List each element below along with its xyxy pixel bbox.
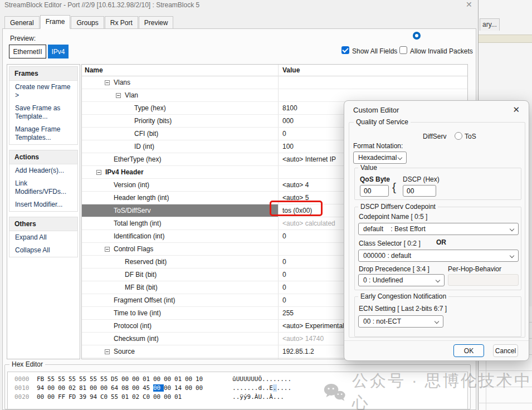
tree-node-name-cell[interactable]: Checksum (int) (82, 333, 278, 345)
tab-general[interactable]: General (4, 16, 40, 28)
sidebar-link[interactable]: Collapse All (9, 244, 77, 257)
tree-node-name-cell[interactable]: Fragment Offset (int) (82, 294, 278, 306)
sidebar-link[interactable]: Insert Modifier... (9, 198, 77, 211)
sidebar-link[interactable]: Add Header(s)... (9, 164, 77, 177)
hex-byte[interactable]: 39 (79, 393, 90, 401)
tree-node-name-cell[interactable]: Identification (int) (82, 230, 278, 242)
window-close-icon[interactable]: ✕ (466, 0, 472, 9)
tree-node-name-cell[interactable]: Source (82, 345, 278, 358)
tree-node-name-cell[interactable]: Total length (int) (82, 217, 278, 230)
tree-node-value-cell[interactable] (278, 76, 467, 89)
hex-byte[interactable]: 00 (132, 375, 143, 383)
collapse-expander-icon[interactable] (96, 170, 101, 175)
collapse-expander-icon[interactable] (116, 93, 121, 98)
hex-byte[interactable]: 55 (79, 375, 90, 383)
cancel-button[interactable]: Cancel (493, 344, 518, 357)
tree-node-name-cell[interactable]: IPv4 Header (82, 166, 278, 178)
hex-byte[interactable]: 55 (47, 375, 58, 383)
dialog-close-icon[interactable]: ✕ (513, 105, 520, 115)
preview-header-ethernetii-button[interactable]: EthernetII (9, 45, 46, 58)
codepoint-name-dropdown[interactable]: default : Best Effort (358, 223, 519, 235)
tree-node-value-cell[interactable] (278, 89, 467, 101)
hex-byte[interactable]: 55 (111, 393, 121, 401)
tree-node-name-cell[interactable]: Vlans (82, 76, 278, 89)
collapse-expander-icon[interactable] (105, 349, 110, 354)
hex-byte[interactable]: C0 (143, 393, 153, 401)
hex-byte[interactable]: 01 (174, 375, 185, 383)
sidebar-link[interactable]: Link Modifiers/VFDs... (9, 177, 77, 198)
allow-invalid-packets-checkbox[interactable] (399, 46, 407, 54)
hex-byte[interactable]: FD (69, 393, 79, 401)
hex-byte[interactable]: 55 (58, 375, 69, 383)
hex-row[interactable]: 001094000002810000640800450000140000....… (8, 384, 467, 393)
hex-row[interactable]: 00200000FFFD3994C0550102C0000001..ÿý9.ÀU… (8, 393, 467, 402)
dscp-hex-input[interactable] (403, 185, 436, 197)
tree-node-name-cell[interactable]: DF Bit (bit) (82, 269, 278, 281)
hex-byte[interactable]: 01 (121, 393, 132, 401)
tree-node-name-cell[interactable]: Version (int) (82, 179, 278, 191)
hex-byte[interactable]: 00 (153, 375, 164, 383)
tree-node-name-cell[interactable]: Header length (int) (82, 192, 278, 204)
sidebar-link[interactable]: Save Frame as Template... (9, 102, 77, 123)
tab-preview[interactable]: Preview (139, 16, 174, 28)
class-selector-dropdown[interactable]: 000000 : default (358, 250, 519, 262)
tree-node-name-cell[interactable]: Time to live (int) (82, 307, 278, 319)
ecn-setting-dropdown[interactable]: 00 : not-ECT (358, 315, 443, 328)
hex-byte[interactable]: FB (37, 375, 47, 383)
tos-radio[interactable] (455, 132, 462, 140)
hex-byte[interactable]: 01 (174, 393, 185, 401)
hex-byte[interactable]: 10 (196, 375, 206, 383)
hex-byte[interactable]: 00 (47, 393, 58, 401)
hex-byte[interactable]: D5 (111, 375, 121, 383)
tree-node-name-cell[interactable]: CFI (bit) (82, 128, 278, 140)
tree-node-name-cell[interactable]: Reserved (bit) (82, 256, 278, 268)
hex-byte[interactable]: 55 (90, 375, 100, 383)
tree-node-name-cell[interactable]: Control Flags (82, 243, 278, 255)
tab-rx-port[interactable]: Rx Port (105, 16, 138, 28)
diffserv-radio[interactable] (413, 32, 421, 40)
hex-byte[interactable]: 00 (164, 375, 174, 383)
tree-node-name-cell[interactable]: Vlan (82, 89, 278, 101)
hex-byte[interactable]: 00 (185, 384, 196, 392)
collapse-expander-icon[interactable] (105, 80, 110, 85)
collapse-expander-icon[interactable] (105, 247, 110, 252)
hex-byte[interactable]: 64 (111, 384, 121, 392)
format-notation-dropdown[interactable]: Hexadecimal (353, 152, 407, 164)
hex-byte[interactable]: 00 (164, 393, 174, 401)
hex-byte[interactable]: 00 (153, 393, 164, 401)
hex-byte[interactable]: 02 (132, 393, 143, 401)
tree-node-name-cell[interactable]: Priority (bits) (82, 115, 278, 127)
hex-byte[interactable]: 00 (121, 375, 132, 383)
hex-byte[interactable]: 00 (164, 384, 174, 392)
tree-row[interactable]: Vlans (82, 76, 467, 89)
drop-precedence-dropdown[interactable]: 0 : Undefined (358, 274, 445, 286)
hex-byte[interactable]: 00 (185, 375, 196, 383)
hex-byte[interactable]: 00 (196, 384, 206, 392)
tree-node-name-cell[interactable]: EtherType (hex) (82, 153, 278, 165)
hex-byte[interactable]: C0 (100, 393, 111, 401)
hex-byte[interactable]: 00 (90, 384, 100, 392)
qos-byte-input[interactable] (360, 185, 389, 197)
tree-node-name-cell[interactable]: ToS/DiffServ (82, 204, 278, 217)
sidebar-link[interactable]: Expand All (9, 231, 77, 244)
hex-byte[interactable]: 02 (69, 384, 79, 392)
hex-byte[interactable]: 55 (69, 375, 79, 383)
sidebar-link[interactable]: Manage Frame Templates... (9, 123, 77, 144)
preview-header-ipv4-button[interactable]: IPv4 (48, 45, 69, 58)
tree-node-name-cell[interactable]: MF Bit (bit) (82, 281, 278, 294)
tree-node-name-cell[interactable]: Type (hex) (82, 102, 278, 114)
hex-byte[interactable]: 00 (100, 384, 111, 392)
hex-byte[interactable]: 94 (37, 384, 47, 392)
tab-frame[interactable]: Frame (40, 15, 71, 29)
hex-byte[interactable]: 00 (58, 384, 69, 392)
hex-row[interactable]: 0000FB555555555555D50000010000010010ûUUU… (8, 375, 467, 384)
tree-node-name-cell[interactable]: Protocol (int) (82, 320, 278, 332)
show-all-fields-checkbox[interactable] (341, 46, 349, 54)
tree-node-name-cell[interactable]: ID (int) (82, 140, 278, 153)
hex-byte[interactable]: 00 (47, 384, 58, 392)
hex-byte[interactable]: 94 (90, 393, 100, 401)
ok-button[interactable]: OK (453, 344, 484, 357)
hex-byte[interactable]: 01 (143, 375, 153, 383)
tab-groups[interactable]: Groups (71, 16, 104, 28)
hex-byte[interactable]: 81 (79, 384, 90, 392)
